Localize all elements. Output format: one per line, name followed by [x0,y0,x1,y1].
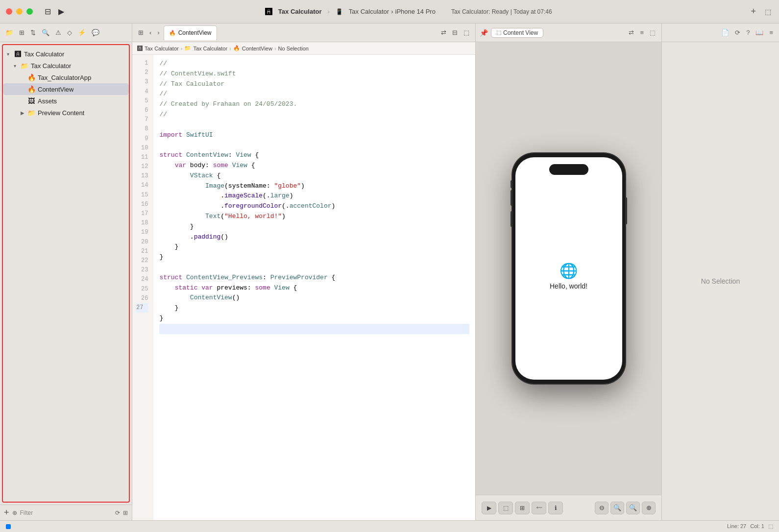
bolt-tool-button[interactable]: ⚡ [75,27,88,38]
main-content: 📁 ⊞ ⇅ 🔍 ⚠ ◇ ⚡ 💬 ▾ 🅰 Tax Calculator ▾ [0,24,779,520]
globe-icon: 🌐 [560,262,578,279]
split-tool-button[interactable]: ⊞ [17,27,27,38]
sidebar-item-assets[interactable]: 🖼 Assets [3,95,129,107]
sidebar-item-preview-content[interactable]: ▶ 📁 Preview Content [3,107,129,119]
minimize-button[interactable] [16,8,23,15]
inspector-toolbar: 📄 ⟳ ? 📖 ≡ [662,24,779,42]
sidebar-item-contentview[interactable]: 🔥 ContentView [3,83,129,95]
editor-area: ⊞ ‹ › 🔥 ContentView ⇄ ⊟ ⬚ 🅰 Tax Calculat… [132,24,475,520]
preview-device-button[interactable]: ⬚ [498,502,513,514]
assets-icon: 🖼 [27,97,35,105]
scheme-label: Tax Calculator › iPhone 14 Pro [349,8,436,15]
preview-folder-icon: 📁 [27,109,35,117]
preview-grid-button[interactable]: ⊞ [515,502,530,514]
line-label: Line: 27 [727,523,746,530]
sidebar-item-group[interactable]: ▾ 📁 Tax Calculator [3,60,129,72]
add-button[interactable]: + [749,5,758,18]
breadcrumb: 🅰 Tax Calculator › 📁 Tax Calculator › 🔥 … [132,42,475,55]
iphone-vol-down-button [511,211,512,227]
iphone-vol-up-button [511,190,512,206]
breadcrumb-group[interactable]: Tax Calculator [193,46,227,51]
hierarchy-tool-button[interactable]: ⇅ [28,27,38,38]
preview-settings-button[interactable]: ⬳ [532,502,546,514]
traffic-lights [6,8,33,15]
tab-label: ContentView [178,29,212,36]
breadcrumb-selection[interactable]: No Selection [278,46,309,51]
col-label: Col: 1 [750,523,764,530]
swift-file-icon: 🔥 [27,73,35,81]
back-button[interactable]: ‹ [147,28,153,37]
iphone-mockup: 🌐 Hello, world! [512,153,625,384]
status-right: Line: 27 Col: 1 ⬚ [727,523,773,530]
zoom-fit-button[interactable]: ⊖ [595,502,609,514]
fullscreen-button[interactable] [26,8,33,15]
filter-label: Filter [20,509,33,516]
grid-button[interactable]: ⊞ [123,509,128,516]
diamond-tool-button[interactable]: ◇ [65,27,74,38]
add-file-button[interactable]: + [4,508,9,518]
contentview-icon: 🔥 [27,85,35,93]
sidebar-contentview-label: ContentView [38,86,73,93]
preview-bottom-toolbar: ▶ ⬚ ⊞ ⬳ ℹ ⊖ 🔍 🔍 ⊕ [476,495,661,520]
sidebar-toggle-button[interactable]: ⊟ [41,5,54,19]
inspector-content: No Selection [662,42,779,520]
code-editor[interactable]: 123456 789101112 131415161718 1920212223… [132,55,475,520]
hello-world-text: Hello, world! [550,282,587,290]
panel-toggle-button[interactable]: ⬚ [763,7,773,17]
sidebar-group-label: Tax Calculator [31,62,71,70]
content-view-icon: ⬚ [496,29,501,36]
search-tool-button[interactable]: 🔍 [39,27,52,38]
inspector-toggle-button[interactable]: ⬚ [462,28,471,37]
iphone-side-button [625,197,627,224]
inspector-list-button[interactable]: ≡ [767,28,775,37]
run-button[interactable]: ▶ [54,5,68,19]
inspector-docs-button[interactable]: 📖 [754,28,765,37]
editor-tabs: ⊞ ‹ › 🔥 ContentView ⇄ ⊟ ⬚ [132,24,475,42]
group-icon: 📁 [21,62,28,70]
preview-list-button[interactable]: ≡ [638,28,646,37]
sidebar-assets-label: Assets [38,97,57,105]
code-content[interactable]: // // ContentView.swift // Tax Calculato… [153,55,475,520]
zoom-out-button[interactable]: 🔍 [610,502,624,514]
preview-device-area: 🌐 Hello, world! [476,42,661,495]
line-numbers: 123456 789101112 131415161718 1920212223… [132,55,153,520]
preview-bottom-left: ▶ ⬚ ⊞ ⬳ ℹ [482,502,563,514]
content-view-label: Content View [503,29,538,36]
inspector-file-button[interactable]: 📄 [719,28,731,37]
zoom-100-button[interactable]: ⊕ [642,502,656,514]
inspector-history-button[interactable]: ⟳ [733,28,742,37]
preview-split-button[interactable]: ⬚ [648,28,657,37]
iphone-mute-button [511,180,512,188]
sidebar-tree: ▾ 🅰 Tax Calculator ▾ 📁 Tax Calculator 🔥 … [3,45,129,502]
sidebar-app-label: Tax_CalculatorApp [38,74,91,81]
filter-icon: ⊕ [12,509,17,516]
folder-tool-button[interactable]: 📁 [3,27,16,38]
titlebar: ⊟ ▶ 🅰 Tax Calculator › 📱 Tax Calculator … [0,0,779,24]
app-name-label: Tax Calculator [278,8,322,15]
history-button[interactable]: ⟳ [115,509,120,516]
preview-toolbar: 📌 ⬚ Content View ⇄ ≡ ⬚ [476,24,661,42]
grid-layout-button[interactable]: ⊞ [136,28,146,37]
comment-tool-button[interactable]: 💬 [89,27,102,38]
status-indicator [6,524,11,529]
refresh-button[interactable]: ⇄ [439,28,448,37]
preview-play-button[interactable]: ▶ [482,502,496,514]
zoom-in-button[interactable]: 🔍 [626,502,640,514]
breadcrumb-file[interactable]: ContentView [242,46,272,51]
inspector-panel: 📄 ⟳ ? 📖 ≡ No Selection [661,24,779,520]
preview-refresh-button[interactable]: ⇄ [627,28,636,37]
breadcrumb-project[interactable]: Tax Calculator [145,46,179,51]
status-bar: Line: 27 Col: 1 ⬚ [0,520,779,532]
sidebar-item-app[interactable]: 🔥 Tax_CalculatorApp [3,72,129,83]
warning-tool-button[interactable]: ⚠ [53,27,64,38]
preview-info-button[interactable]: ℹ [548,502,563,514]
forward-button[interactable]: › [155,28,161,37]
contentview-tab[interactable]: 🔥 ContentView [164,25,217,40]
preview-pin-button[interactable]: 📌 [480,29,488,37]
close-button[interactable] [6,8,12,15]
project-icon: 🅰 [14,50,22,58]
sidebar-item-root-project[interactable]: ▾ 🅰 Tax Calculator [3,48,129,60]
content-view-button[interactable]: ⬚ Content View [491,28,543,38]
editor-layout-button[interactable]: ⊟ [450,28,460,37]
inspector-help-button[interactable]: ? [744,28,752,37]
